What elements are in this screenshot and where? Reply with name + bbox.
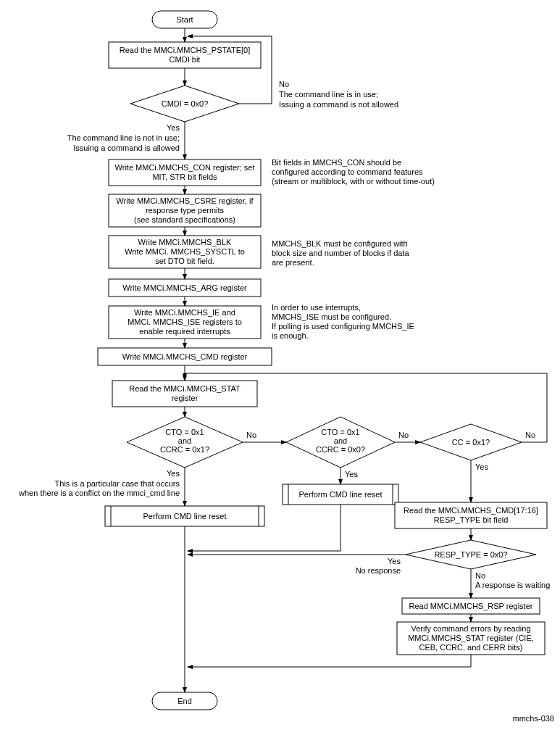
rt-l1: Read the MMCi.MMCHS_CMD[17:16] [404,506,538,515]
write-blk-l3: set DTO bit field. [155,257,214,265]
note-con-l3: (stream or multiblock, with or without t… [272,177,435,186]
cto1-no: No [246,431,256,439]
note-ie-l3: If polling is used configuring MMCHS_IE [272,322,414,331]
resp-no-sub: A response is waiting [475,581,550,589]
note-con-l2: configured according to command features [272,167,423,176]
write-con-l1: Write MMCi.MMCHS_CON register; set [115,163,255,172]
cmdi-yes-l2: Issuing a command is allowed [73,144,180,152]
cc-no: No [525,431,535,439]
write-ie-l1: Write MMCi.MMCHS_IE and [134,308,235,317]
cmdi-yes: Yes [167,123,180,132]
cmdi-no-l2: Issuing a command is not allowed [279,100,398,109]
write-ie-l3: enable required interrupts [139,327,230,336]
reset-left-label: Perform CMD line reset [143,512,227,520]
cmdi-yes-l1: The command line is not in use; [67,133,180,142]
cto0-l1: CTO = 0x1 [321,428,359,436]
read-rsp: Read MMCi.MMCHS_RSP register [409,602,533,610]
cc-yes: Yes [475,463,488,471]
flowchart: Start Read the MMCi.MMCHS_PSTATE[0] CMDI… [0,0,560,730]
note-blk-l3: are present. [272,258,314,267]
read-stat-l2: register [172,394,198,402]
resp-no: No [475,571,485,580]
verify-l1: Verify command errors by reading [411,624,530,633]
read-stat-l1: Read the MMCi.MMCHS_STAT [129,384,241,393]
note-con-l1: Bit fields in MMCHS_CON should be [272,158,401,167]
resp-yes-sub: No response [356,566,401,575]
cto1-l3: CCRC = 0x1? [160,445,209,454]
note-cto1-l2: when there is a conflict on the mmci_cmd… [18,489,180,497]
verify-l3: CEB, CCRC, and CERR bits) [419,643,522,652]
note-cto1-l1: This is a particular case that occurs [55,479,180,488]
note-blk-l2: block size and number of blocks if data [272,249,409,257]
resp-yes: Yes [388,557,401,565]
cto1-l1: CTO = 0x1 [165,428,204,436]
cmdi-no-l1: The command line is in use; [279,90,378,99]
cmdi-decision-label: CMDI = 0x0? [162,99,209,108]
reset-mid-label: Perform CMD line reset [299,490,383,499]
note-ie-l4: is enough. [272,331,309,340]
cto0-l2: and [334,436,347,445]
write-blk-l1: Write MMCi.MMCHS_BLK [138,238,232,246]
cto0-yes: Yes [345,470,358,478]
write-ie-l2: MMCi. MMCHS_ISE registers to [128,318,242,326]
note-blk-l1: MMCHS_BLK must be configured with [272,239,408,248]
cto1-yes: Yes [167,469,180,478]
read-pstate-l1: Read the MMCi.MMCHS_PSTATE[0] [120,46,251,54]
cmdi-no: No [279,80,289,88]
write-arg: Write MMCi.MMCHS_ARG register [122,283,247,292]
write-con-l2: MIT, STR bit fields [152,173,217,181]
end-label: End [177,697,192,705]
cto0-no: No [398,431,409,439]
start-label: Start [176,15,193,24]
read-pstate-l2: CMDI bit [170,55,201,64]
cc-label: CC = 0x1? [452,438,490,447]
cto0-l3: CCRC = 0x0? [316,445,365,454]
write-csre-l1: Write MMCi.MMCHS_CSRE register, if [116,196,254,205]
resp-label: RESP_TYPE = 0x0? [434,550,507,559]
write-cmd: Write MMCi.MMCHS_CMD register [122,352,248,361]
note-ie-l2: MMCHS_ISE must be configured. [272,312,391,321]
reset-mid-subroutine: Perform CMD line reset [283,484,398,505]
rt-l2: RESP_TYPE bit field [434,515,509,524]
verify-l2: MMCi.MMCHS_STAT register (CIE, [408,634,534,642]
write-csre-l3: (see standard specifications) [134,215,235,224]
write-blk-l2: Write MMCi. MMCHS_SYSCTL to [125,247,245,256]
note-ie-l1: In order to use interrupts, [272,303,361,312]
reset-left-subroutine: Perform CMD line reset [105,506,264,526]
footnote: mmchs-038 [513,714,554,723]
write-csre-l2: response type permits [146,206,225,215]
cto1-l2: and [178,436,191,445]
